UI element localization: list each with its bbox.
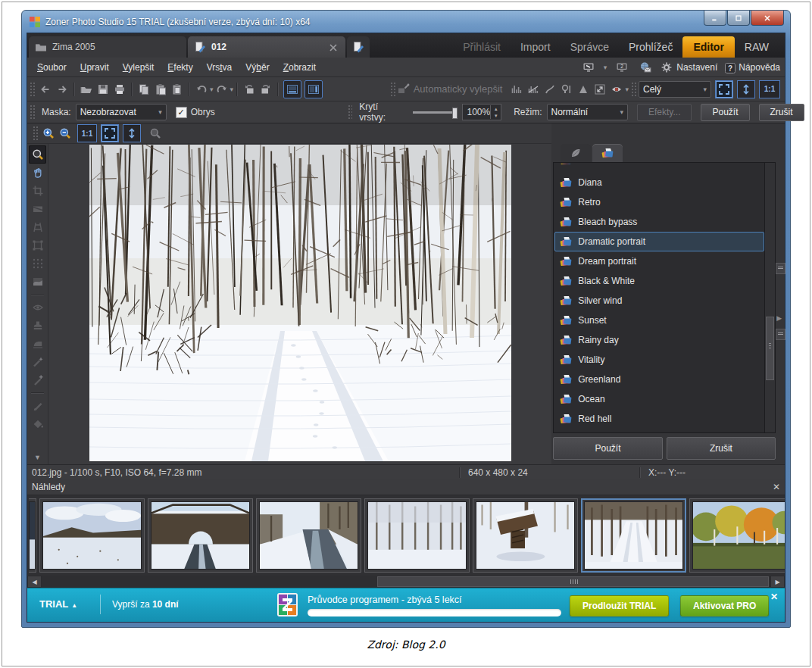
rotate-left-button[interactable] xyxy=(241,81,258,98)
save-button[interactable] xyxy=(95,81,111,98)
smoothing-tool[interactable] xyxy=(29,335,46,353)
one-to-one-button[interactable]: 1:1 xyxy=(759,80,780,98)
panel-collapse-arrow[interactable]: ▶ xyxy=(776,314,782,322)
opacity-spinner[interactable]: 100% ▴▾ xyxy=(462,104,501,120)
titlebar[interactable]: Zoner Photo Studio 15 TRIAL (zkušební ve… xyxy=(22,11,790,33)
straighten-tool[interactable] xyxy=(29,200,46,218)
scroll-left-arrow[interactable]: ◀ xyxy=(27,576,42,588)
resize-button[interactable] xyxy=(592,81,608,98)
one-to-one-button[interactable]: 1:1 xyxy=(77,124,97,142)
tab-close-icon[interactable] xyxy=(327,42,338,52)
activate-pro-button[interactable]: Aktivovat PRO xyxy=(680,595,769,616)
effect-item-red-hell[interactable]: Red hell xyxy=(554,409,764,429)
trial-menu-button[interactable]: TRIAL▲ xyxy=(39,598,77,610)
menu-vylepsit[interactable]: Vylepšit xyxy=(116,59,161,76)
paintbrush-tool[interactable] xyxy=(29,397,46,415)
navigator-button[interactable] xyxy=(147,125,164,142)
thumbnail-snowy-path[interactable] xyxy=(581,498,686,573)
effect-item-sunset[interactable]: Sunset xyxy=(554,311,764,330)
toolbar-grip[interactable] xyxy=(30,82,35,97)
opacity-slider-handle[interactable] xyxy=(452,108,458,119)
effect-item-greenland[interactable]: Greenland xyxy=(554,370,764,389)
rotate-right-button[interactable] xyxy=(258,81,274,98)
fit-height-button[interactable] xyxy=(737,80,755,98)
chevron-down-icon[interactable]: ▾ xyxy=(625,86,629,93)
view-v-button[interactable] xyxy=(304,80,323,98)
scrollbar-track[interactable] xyxy=(42,576,770,588)
menu-vyber[interactable]: Výběr xyxy=(239,59,276,76)
effect-item-black-white[interactable]: Black & White xyxy=(554,271,764,291)
perspective-tool[interactable] xyxy=(29,218,46,236)
levels2-button[interactable] xyxy=(525,81,542,98)
second-monitor-button[interactable]: 2 xyxy=(614,59,630,76)
deform-tool[interactable] xyxy=(29,236,46,254)
spinner-arrows[interactable]: ▴▾ xyxy=(490,105,501,119)
monitor-preview-button[interactable] xyxy=(580,59,597,76)
menu-efekty[interactable]: Efekty xyxy=(161,59,199,76)
mask-cancel-button[interactable]: Zrušit xyxy=(759,104,804,121)
back-arrow-button[interactable] xyxy=(37,81,54,98)
minimize-button[interactable] xyxy=(704,11,726,26)
share-button[interactable] xyxy=(637,59,654,76)
thumbnail-partial[interactable] xyxy=(29,498,36,573)
effect-item-ocean[interactable]: Ocean xyxy=(554,389,764,409)
paste-button[interactable] xyxy=(152,81,169,98)
trialbar-close-icon[interactable]: ✕ xyxy=(770,592,778,602)
tab-browser-zima2005[interactable]: Zima 2005 xyxy=(29,36,186,58)
effect-item-vitality[interactable]: Vitality xyxy=(554,350,764,370)
effect-item-caffe[interactable]: Caffe xyxy=(554,429,764,433)
menu-upravit[interactable]: Upravit xyxy=(73,59,116,76)
tab-editor-012[interactable]: 012 xyxy=(188,36,345,58)
effect-item-dramatic-portrait[interactable]: Dramatic portrait xyxy=(554,232,764,251)
panel-tab-quick-filters[interactable] xyxy=(592,144,623,162)
fit-to-screen-button[interactable] xyxy=(101,124,119,142)
effect-item-bleach-bypass[interactable]: Bleach bypass xyxy=(554,212,764,232)
thumbnail-frozen-stream[interactable] xyxy=(256,498,361,573)
help-menu[interactable]: ? Nápověda xyxy=(724,62,780,73)
open-folder-button[interactable] xyxy=(78,81,95,98)
chevron-down-icon[interactable]: ▾ xyxy=(230,86,234,93)
fit-to-screen-button[interactable] xyxy=(715,80,733,98)
copy-button[interactable] xyxy=(136,81,152,98)
nav-prihlasit[interactable]: Přihlásit xyxy=(453,36,511,58)
thumbnail-snowy-meadow[interactable] xyxy=(39,498,145,573)
levels-button[interactable] xyxy=(508,81,525,98)
previews-close-icon[interactable]: ✕ xyxy=(773,482,780,492)
mask-mode-select[interactable]: Nezobrazovat▾ xyxy=(76,104,167,120)
nav-editor[interactable]: Editor xyxy=(682,36,734,58)
settings-menu[interactable]: Nastavení xyxy=(661,61,717,73)
crop-tool[interactable] xyxy=(29,182,46,200)
lamp-button[interactable] xyxy=(558,81,575,98)
scrollbar-thumb[interactable] xyxy=(377,576,769,587)
nav-spravce[interactable]: Správce xyxy=(561,36,619,58)
maskbar-grip[interactable] xyxy=(30,105,35,120)
zoom-level-select[interactable]: Celý▾ xyxy=(639,81,711,98)
red-eye-button[interactable] xyxy=(608,81,625,98)
effect-item-lomo[interactable]: Lomo xyxy=(554,163,764,173)
zoombar-grip[interactable] xyxy=(33,126,38,141)
scroll-right-arrow[interactable]: ▶ xyxy=(770,576,785,588)
fit-height-button[interactable] xyxy=(123,124,141,142)
new-editor-tab-button[interactable] xyxy=(347,36,370,58)
curve-button[interactable] xyxy=(542,81,558,98)
toolbar-grip[interactable] xyxy=(631,82,636,97)
zoom-tool[interactable] xyxy=(29,145,46,164)
opacity-slider[interactable] xyxy=(413,111,457,114)
mesh-warp-tool[interactable] xyxy=(29,254,46,273)
extend-trial-button[interactable]: Prodloužit TRIAL xyxy=(570,595,669,616)
effects-apply-button[interactable]: Použít xyxy=(553,437,662,460)
sharpen-button[interactable] xyxy=(575,81,592,98)
gradient-filter-tool[interactable] xyxy=(29,273,46,291)
nav-import[interactable]: Import xyxy=(511,36,561,58)
effect-item-silver-wind[interactable]: Silver wind xyxy=(554,291,764,311)
editor-canvas[interactable] xyxy=(48,144,551,464)
print-button[interactable] xyxy=(111,81,128,98)
chevron-down-icon[interactable]: ▾ xyxy=(604,64,607,71)
clone-stamp-tool[interactable] xyxy=(29,317,46,335)
menu-soubor[interactable]: Soubor xyxy=(30,59,73,76)
undo-button[interactable] xyxy=(193,81,210,98)
redo-button[interactable] xyxy=(214,81,230,98)
menu-zobrazit[interactable]: Zobrazit xyxy=(276,59,323,76)
effect-item-dream-portrait[interactable]: Dream portrait xyxy=(554,251,764,271)
panel-scroll-button[interactable] xyxy=(776,263,785,274)
